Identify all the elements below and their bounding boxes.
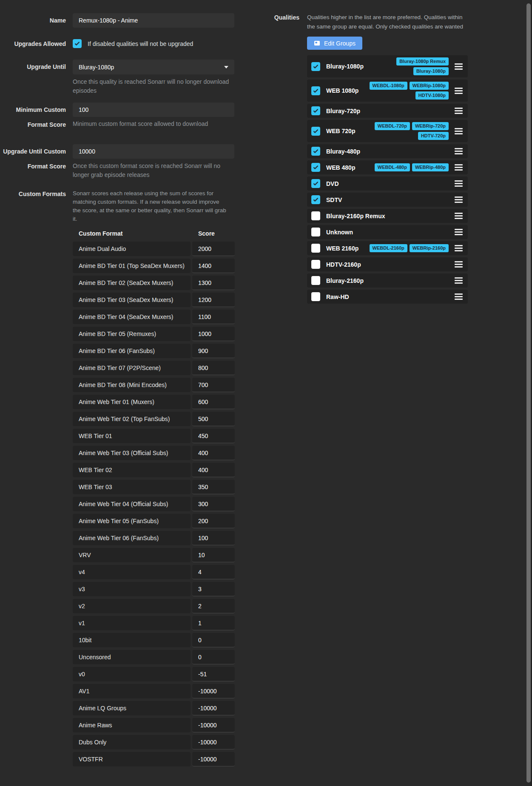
custom-format-score-input[interactable]: [192, 701, 235, 715]
quality-name: WEB 480p: [326, 164, 355, 171]
custom-format-name: Anime Web Tier 05 (FanSubs): [73, 514, 191, 528]
quality-name: Bluray-2160p Remux: [326, 213, 385, 219]
drag-handle-icon[interactable]: [455, 128, 463, 134]
quality-item[interactable]: Bluray-480p: [307, 144, 468, 158]
custom-format-score-input[interactable]: [192, 259, 235, 273]
quality-checkbox[interactable]: [311, 260, 320, 269]
custom-formats-table: Anime Dual AudioAnime BD Tier 01 (Top Se…: [73, 242, 243, 766]
quality-item[interactable]: DVD: [307, 177, 468, 191]
quality-checkbox[interactable]: [311, 163, 320, 172]
custom-format-name: Uncensored: [73, 650, 191, 664]
quality-checkbox[interactable]: [311, 228, 320, 236]
quality-item[interactable]: WEB 480pWEBDL-480pWEBRip-480p: [307, 160, 468, 174]
custom-format-score-input[interactable]: [192, 531, 235, 545]
custom-format-score-input[interactable]: [192, 599, 235, 613]
custom-format-score-input[interactable]: [192, 548, 235, 562]
custom-format-score-input[interactable]: [192, 327, 235, 341]
custom-format-score-input[interactable]: [192, 378, 235, 392]
quality-group-tags: WEBDL-1080pWEBRip-1080pHDTV-1080p: [358, 82, 449, 100]
custom-format-score-input[interactable]: [192, 395, 235, 409]
quality-checkbox[interactable]: [311, 179, 320, 188]
custom-format-score-input[interactable]: [192, 582, 235, 596]
custom-format-row: v0: [73, 667, 243, 681]
custom-format-score-input[interactable]: [192, 293, 235, 307]
drag-handle-icon[interactable]: [455, 63, 463, 70]
quality-checkbox[interactable]: [311, 244, 320, 253]
quality-item[interactable]: Bluray-720p: [307, 104, 468, 118]
quality-item[interactable]: WEB 2160pWEBDL-2160pWEBRip-2160p: [307, 241, 468, 255]
quality-item[interactable]: Unknown: [307, 225, 468, 239]
custom-format-score-input[interactable]: [192, 446, 235, 460]
custom-format-score-input[interactable]: [192, 684, 235, 698]
custom-format-score-input[interactable]: [192, 480, 235, 494]
drag-handle-icon[interactable]: [455, 293, 463, 300]
custom-format-row: VRV: [73, 548, 243, 562]
custom-format-score-input[interactable]: [192, 667, 235, 681]
custom-format-score-input[interactable]: [192, 463, 235, 477]
custom-format-score-input[interactable]: [192, 565, 235, 579]
drag-handle-icon[interactable]: [455, 88, 463, 94]
drag-handle-icon[interactable]: [455, 213, 463, 219]
quality-item[interactable]: WEB 1080pWEBDL-1080pWEBRip-1080pHDTV-108…: [307, 80, 468, 102]
quality-checkbox[interactable]: [311, 62, 320, 71]
drag-handle-icon[interactable]: [455, 148, 463, 154]
drag-handle-icon[interactable]: [455, 164, 463, 171]
quality-checkbox[interactable]: [311, 292, 320, 301]
edit-groups-button[interactable]: Edit Groups: [307, 37, 362, 50]
custom-format-score-input[interactable]: [192, 514, 235, 528]
custom-format-score-input[interactable]: [192, 344, 235, 358]
quality-checkbox[interactable]: [311, 147, 320, 156]
custom-format-name: Anime Web Tier 03 (Official Subs): [73, 446, 191, 460]
quality-item[interactable]: Raw-HD: [307, 290, 468, 304]
custom-format-score-input[interactable]: [192, 242, 235, 256]
custom-format-score-input[interactable]: [192, 735, 235, 749]
upgrade-until-label: Upgrade Until: [0, 60, 66, 95]
quality-item[interactable]: Bluray-1080pBluray-1080p RemuxBluray-108…: [307, 55, 468, 77]
check-icon: [313, 128, 319, 134]
drag-handle-icon[interactable]: [455, 245, 463, 251]
drag-handle-icon[interactable]: [455, 277, 463, 284]
custom-format-score-input[interactable]: [192, 616, 235, 630]
quality-checkbox[interactable]: [311, 211, 320, 220]
quality-checkbox[interactable]: [311, 106, 320, 115]
upgrades-allowed-checkbox[interactable]: [73, 39, 82, 48]
drag-handle-icon[interactable]: [455, 261, 463, 268]
score-column-header: Score: [192, 230, 235, 237]
custom-format-score-input[interactable]: [192, 497, 235, 511]
upgrade-until-select[interactable]: Bluray-1080p: [73, 60, 234, 74]
drag-handle-icon[interactable]: [455, 229, 463, 235]
custom-format-name: Anime LQ Groups: [73, 701, 191, 715]
name-input[interactable]: [73, 13, 234, 28]
custom-format-score-input[interactable]: [192, 412, 235, 426]
quality-checkbox[interactable]: [311, 195, 320, 204]
custom-format-row: VOSTFR: [73, 752, 243, 766]
quality-checkbox[interactable]: [311, 127, 320, 136]
custom-format-score-input[interactable]: [192, 718, 235, 732]
quality-group-tag: HDTV-720p: [418, 132, 449, 140]
quality-checkbox[interactable]: [311, 86, 320, 95]
custom-format-score-input[interactable]: [192, 650, 235, 664]
check-icon: [313, 63, 319, 70]
scrollbar-thumb[interactable]: [526, 3, 531, 783]
check-icon: [313, 108, 319, 114]
custom-format-name: Anime Dual Audio: [73, 242, 191, 256]
upgrade-until-custom-format-score-input[interactable]: [73, 144, 234, 159]
custom-format-score-input[interactable]: [192, 429, 235, 443]
min-custom-format-score-input[interactable]: [73, 103, 234, 117]
custom-format-score-input[interactable]: [192, 276, 235, 290]
quality-item[interactable]: HDTV-2160p: [307, 257, 468, 271]
custom-format-score-input[interactable]: [192, 752, 235, 766]
quality-checkbox[interactable]: [311, 276, 320, 285]
custom-format-score-input[interactable]: [192, 361, 235, 375]
quality-item[interactable]: SDTV: [307, 193, 468, 207]
drag-handle-icon[interactable]: [455, 196, 463, 203]
upgrade-until-custom-format-score-help: Once this custom format score is reached…: [73, 162, 243, 179]
quality-item[interactable]: Bluray-2160p Remux: [307, 209, 468, 223]
drag-handle-icon[interactable]: [455, 180, 463, 187]
drag-handle-icon[interactable]: [455, 108, 463, 114]
quality-item[interactable]: Bluray-2160p: [307, 273, 468, 288]
custom-format-row: v4: [73, 565, 243, 579]
quality-item[interactable]: WEB 720pWEBDL-720pWEBRip-720pHDTV-720p: [307, 120, 468, 142]
custom-format-score-input[interactable]: [192, 310, 235, 324]
custom-format-score-input[interactable]: [192, 633, 235, 647]
